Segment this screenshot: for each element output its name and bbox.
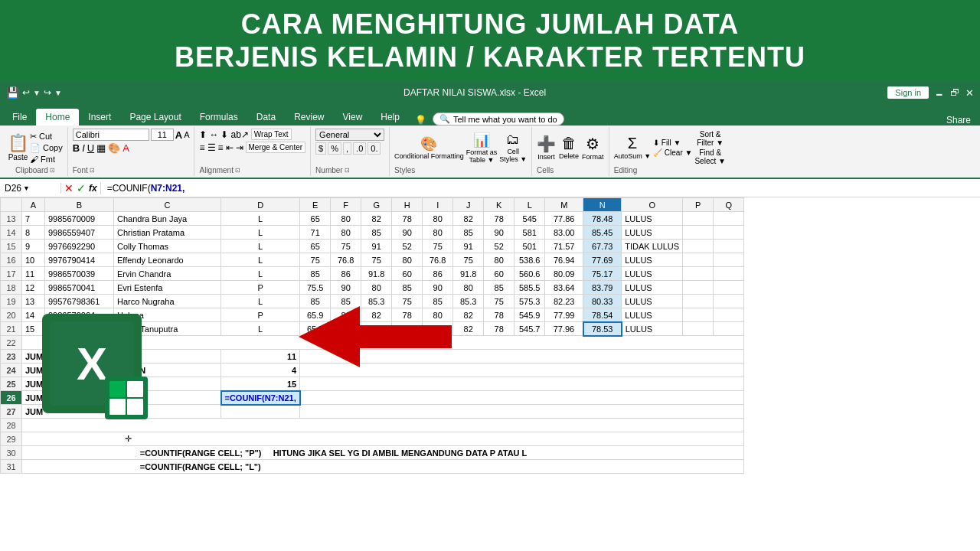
sign-in-button[interactable]: Sign in bbox=[887, 86, 929, 99]
clipboard-expand-icon[interactable]: ⊡ bbox=[50, 167, 55, 174]
cell-J19[interactable]: 85.3 bbox=[453, 295, 484, 308]
cell-M17[interactable]: 80.09 bbox=[545, 267, 583, 281]
cell-I13[interactable]: 80 bbox=[423, 212, 453, 226]
cell-I18[interactable]: 90 bbox=[423, 281, 453, 295]
cell-L16[interactable]: 538.6 bbox=[514, 253, 545, 267]
menu-formulas[interactable]: Formulas bbox=[191, 109, 247, 126]
cell-K19[interactable]: 75 bbox=[484, 295, 514, 308]
ribbon-minimize-icon[interactable]: 🗕 bbox=[935, 87, 944, 98]
col-header-A[interactable]: A bbox=[22, 198, 45, 212]
menu-page-layout[interactable]: Page Layout bbox=[120, 109, 190, 126]
cell-G13[interactable]: 82 bbox=[361, 212, 392, 226]
comma-button[interactable]: , bbox=[343, 142, 351, 155]
cell-L20[interactable]: 545.9 bbox=[514, 308, 545, 322]
cell-D17[interactable]: L bbox=[221, 267, 300, 281]
cell-Q18[interactable] bbox=[714, 281, 744, 295]
cell-G16[interactable]: 75 bbox=[361, 253, 392, 267]
italic-button[interactable]: I bbox=[82, 142, 85, 154]
cell-28-empty[interactable] bbox=[22, 419, 744, 432]
cell-D21[interactable]: L bbox=[221, 322, 300, 336]
cell-H19[interactable]: 75 bbox=[392, 295, 423, 308]
col-header-O[interactable]: O bbox=[622, 198, 683, 212]
cell-25-rest[interactable] bbox=[300, 377, 744, 391]
cell-D23[interactable]: 11 bbox=[221, 350, 300, 364]
cell-H17[interactable]: 60 bbox=[392, 267, 423, 281]
cell-F17[interactable]: 86 bbox=[331, 267, 361, 281]
cell-H20[interactable]: 78 bbox=[392, 308, 423, 322]
cell-J14[interactable]: 85 bbox=[453, 226, 484, 240]
cell-L21[interactable]: 545.7 bbox=[514, 322, 545, 336]
cell-J16[interactable]: 75 bbox=[453, 253, 484, 267]
col-header-G[interactable]: G bbox=[361, 198, 392, 212]
align-right-button[interactable]: ≡ bbox=[218, 142, 224, 153]
col-header-M[interactable]: M bbox=[545, 198, 583, 212]
cell-E19[interactable]: 85 bbox=[300, 295, 331, 308]
cell-27-rest[interactable] bbox=[300, 405, 744, 419]
fill-color-button[interactable]: 🎨 bbox=[108, 142, 120, 154]
cell-A16[interactable]: 10 bbox=[22, 253, 45, 267]
cell-M15[interactable]: 71.57 bbox=[545, 240, 583, 253]
autosum-button[interactable]: Σ AutoSum ▼ bbox=[614, 135, 651, 160]
menu-data[interactable]: Data bbox=[247, 109, 285, 126]
cell-D16[interactable]: L bbox=[221, 253, 300, 267]
cell-E17[interactable]: 85 bbox=[300, 267, 331, 281]
cell-I16[interactable]: 76.8 bbox=[423, 253, 453, 267]
cell-J17[interactable]: 91.8 bbox=[453, 267, 484, 281]
cell-A15[interactable]: 9 bbox=[22, 240, 45, 253]
cell-F18[interactable]: 90 bbox=[331, 281, 361, 295]
customize-icon[interactable]: ▼ bbox=[54, 89, 62, 97]
cell-P15[interactable] bbox=[683, 240, 714, 253]
cell-O21[interactable]: LULUS bbox=[622, 322, 683, 336]
cell-C14[interactable]: Christian Pratama bbox=[114, 226, 221, 240]
cell-A17[interactable]: 11 bbox=[22, 267, 45, 281]
cell-O20[interactable]: LULUS bbox=[622, 308, 683, 322]
cell-J13[interactable]: 82 bbox=[453, 212, 484, 226]
border-button[interactable]: ▦ bbox=[96, 142, 106, 154]
cell-J15[interactable]: 91 bbox=[453, 240, 484, 253]
align-left-button[interactable]: ≡ bbox=[199, 142, 204, 153]
currency-button[interactable]: $ bbox=[315, 142, 326, 155]
cell-styles-button[interactable]: 🗂 CellStyles ▼ bbox=[499, 132, 527, 163]
align-middle-button[interactable]: ↔ bbox=[209, 129, 218, 140]
cell-G19[interactable]: 85.3 bbox=[361, 295, 392, 308]
cell-ref-dropdown-icon[interactable]: ▼ bbox=[23, 184, 30, 192]
cell-M13[interactable]: 77.86 bbox=[545, 212, 583, 226]
cell-Q16[interactable] bbox=[714, 253, 744, 267]
find-select-button[interactable]: Find &Select ▼ bbox=[694, 148, 725, 165]
cell-P16[interactable] bbox=[683, 253, 714, 267]
cell-E16[interactable]: 75 bbox=[300, 253, 331, 267]
cell-O14[interactable]: LULUS bbox=[622, 226, 683, 240]
cell-A19[interactable]: 13 bbox=[22, 295, 45, 308]
cell-D25[interactable]: 15 bbox=[221, 377, 300, 391]
wrap-text-button[interactable]: Wrap Text bbox=[251, 129, 292, 140]
cell-26-rest[interactable] bbox=[300, 391, 744, 405]
cell-H18[interactable]: 85 bbox=[392, 281, 423, 295]
cell-N21[interactable]: 78.53 bbox=[583, 322, 622, 336]
cell-N15[interactable]: 67.73 bbox=[583, 240, 622, 253]
cell-A13[interactable]: 7 bbox=[22, 212, 45, 226]
cell-I20[interactable]: 80 bbox=[423, 308, 453, 322]
font-color-button[interactable]: A bbox=[122, 142, 129, 154]
cell-G14[interactable]: 85 bbox=[361, 226, 392, 240]
cell-Q20[interactable] bbox=[714, 308, 744, 322]
col-header-D[interactable]: D bbox=[221, 198, 300, 212]
cell-D19[interactable]: L bbox=[221, 295, 300, 308]
cell-E18[interactable]: 75.5 bbox=[300, 281, 331, 295]
cell-K18[interactable]: 85 bbox=[484, 281, 514, 295]
font-name-input[interactable] bbox=[73, 129, 149, 141]
cell-P20[interactable] bbox=[683, 308, 714, 322]
cell-F19[interactable]: 85 bbox=[331, 295, 361, 308]
cell-I17[interactable]: 86 bbox=[423, 267, 453, 281]
undo-icon[interactable]: ↩ bbox=[22, 87, 30, 98]
cell-N18[interactable]: 83.79 bbox=[583, 281, 622, 295]
clear-button[interactable]: 🧹 Clear ▼ bbox=[653, 148, 692, 157]
menu-home[interactable]: Home bbox=[36, 109, 79, 126]
cell-B19[interactable]: 99576798361 bbox=[45, 295, 114, 308]
cell-D15[interactable]: L bbox=[221, 240, 300, 253]
fill-button[interactable]: ⬇ Fill ▼ bbox=[653, 139, 692, 147]
cell-E13[interactable]: 65 bbox=[300, 212, 331, 226]
col-header-I[interactable]: I bbox=[423, 198, 453, 212]
cell-I15[interactable]: 75 bbox=[423, 240, 453, 253]
cell-E15[interactable]: 65 bbox=[300, 240, 331, 253]
col-header-P[interactable]: P bbox=[683, 198, 714, 212]
